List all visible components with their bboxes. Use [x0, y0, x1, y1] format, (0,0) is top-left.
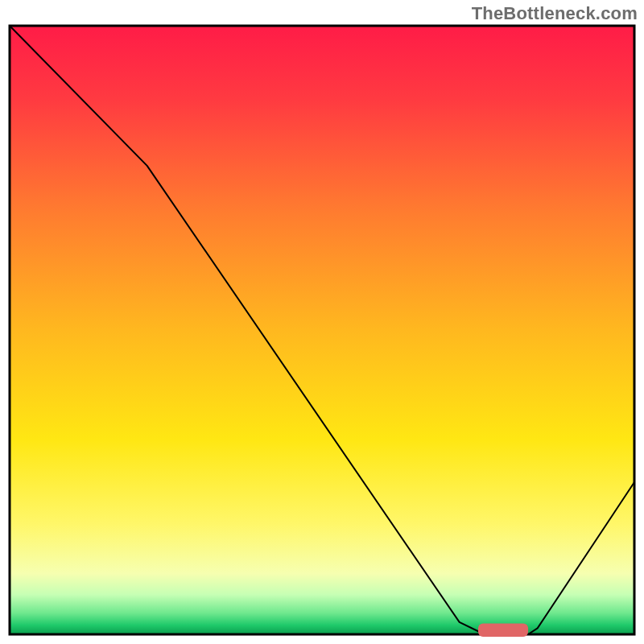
bottleneck-chart	[0, 0, 644, 644]
plot-background	[10, 26, 634, 634]
chart-container: TheBottleneck.com	[0, 0, 644, 644]
optimum-marker	[478, 623, 528, 637]
